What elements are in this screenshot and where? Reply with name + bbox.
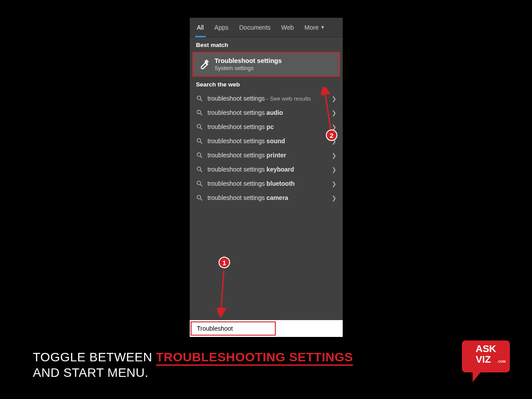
web-result-text: troubleshoot settings sound	[207, 137, 332, 145]
web-results-list: troubleshoot settings - See web results❯…	[190, 91, 343, 320]
tab-web[interactable]: Web	[276, 18, 299, 37]
web-result-item[interactable]: troubleshoot settings camera❯	[190, 191, 343, 205]
chevron-right-icon: ❯	[332, 180, 336, 187]
annotation-arrow-1	[217, 270, 231, 317]
web-result-item[interactable]: troubleshoot settings sound❯	[190, 134, 343, 148]
svg-line-18	[221, 270, 224, 313]
svg-text:ASK: ASK	[476, 343, 497, 354]
chevron-right-icon: ❯	[332, 166, 336, 173]
tab-all[interactable]: All	[192, 18, 209, 37]
web-result-text: troubleshoot settings keyboard	[207, 166, 332, 173]
search-icon	[196, 194, 203, 201]
search-icon	[196, 152, 203, 159]
search-icon	[196, 109, 203, 116]
svg-line-5	[200, 128, 202, 129]
search-tabs: All Apps Documents Web More ▼	[190, 18, 343, 37]
askviz-logo: ASK VIZ .COM	[461, 337, 511, 383]
caption-highlight: TROUBLESHOOTING SETTINGS	[156, 350, 353, 366]
tab-apps[interactable]: Apps	[209, 18, 234, 37]
svg-text:.COM: .COM	[497, 360, 505, 363]
web-result-text: troubleshoot settings camera	[207, 194, 332, 201]
svg-line-13	[200, 184, 202, 186]
chevron-down-icon: ▼	[321, 25, 325, 30]
web-result-text: troubleshoot settings bluetooth	[207, 180, 332, 187]
svg-line-3	[200, 113, 202, 115]
search-icon	[196, 137, 203, 145]
web-result-text: troubleshoot settings printer	[207, 152, 332, 159]
web-result-item[interactable]: troubleshoot settings audio❯	[190, 106, 343, 120]
tab-documents[interactable]: Documents	[234, 18, 276, 37]
svg-line-11	[200, 170, 202, 172]
search-icon	[196, 180, 203, 187]
section-search-web: Search the web	[190, 77, 343, 91]
svg-line-1	[200, 99, 202, 101]
web-result-item[interactable]: troubleshoot settings bluetooth❯	[190, 176, 343, 191]
svg-line-7	[200, 142, 202, 144]
section-best-match: Best match	[190, 37, 343, 52]
svg-point-12	[197, 181, 201, 185]
tab-more[interactable]: More ▼	[299, 18, 330, 37]
search-input[interactable]	[197, 325, 274, 332]
best-match-result[interactable]: Troubleshoot settings System settings	[192, 52, 340, 77]
instruction-caption: TOGGLE BETWEEN TROUBLESHOOTING SETTINGS …	[33, 349, 434, 380]
windows-search-panel: All Apps Documents Web More ▼ Best match…	[190, 18, 343, 337]
svg-line-15	[200, 199, 202, 200]
tab-more-label: More	[305, 24, 319, 31]
svg-line-9	[200, 156, 202, 158]
search-icon	[196, 166, 203, 173]
annotation-arrow-2	[321, 87, 334, 129]
svg-text:VIZ: VIZ	[476, 354, 491, 365]
svg-point-4	[197, 125, 201, 128]
web-result-text: troubleshoot settings - See web results	[207, 95, 332, 102]
search-box-container	[190, 320, 343, 337]
web-result-item[interactable]: troubleshoot settings printer❯	[190, 148, 343, 162]
web-result-item[interactable]: troubleshoot settings keyboard❯	[190, 162, 343, 176]
search-icon	[196, 95, 203, 102]
web-result-text: troubleshoot settings pc	[207, 123, 332, 130]
svg-point-10	[197, 167, 201, 171]
svg-point-6	[197, 139, 201, 142]
chevron-right-icon: ❯	[332, 152, 336, 159]
best-match-text: Troubleshoot settings System settings	[215, 57, 282, 71]
chevron-right-icon: ❯	[332, 195, 336, 201]
best-match-title: Troubleshoot settings	[215, 57, 282, 64]
best-match-subtitle: System settings	[215, 65, 282, 71]
search-icon	[196, 123, 203, 130]
annotation-badge-1: 1	[219, 257, 230, 268]
web-result-item[interactable]: troubleshoot settings pc❯	[190, 120, 343, 134]
svg-point-0	[197, 96, 201, 100]
svg-point-8	[197, 153, 201, 156]
web-result-item[interactable]: troubleshoot settings - See web results❯	[190, 91, 343, 106]
svg-line-19	[325, 90, 331, 129]
search-box[interactable]	[191, 321, 276, 336]
caption-post: AND START MENU.	[33, 366, 149, 379]
svg-point-14	[197, 196, 201, 199]
caption-pre: TOGGLE BETWEEN	[33, 350, 156, 364]
annotation-badge-2: 2	[326, 129, 337, 141]
wrench-icon	[198, 58, 210, 70]
web-result-text: troubleshoot settings audio	[207, 109, 332, 116]
svg-point-2	[197, 110, 201, 114]
